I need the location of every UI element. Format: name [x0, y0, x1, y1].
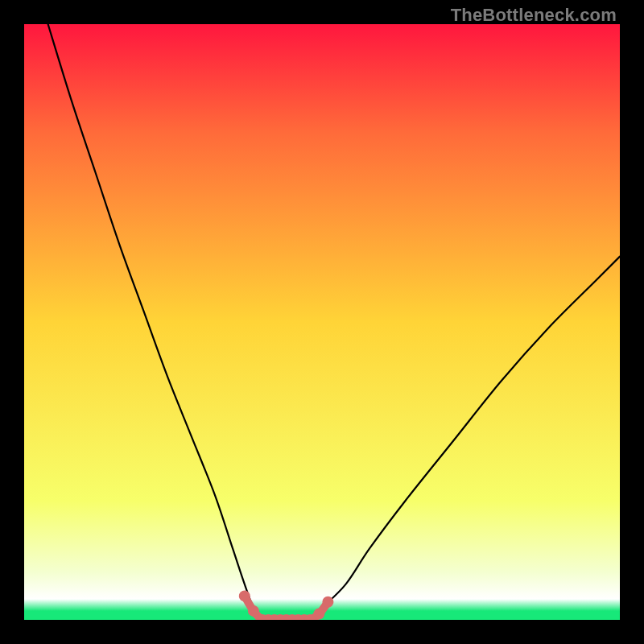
trough-marker-dot — [248, 605, 259, 617]
curve-layer — [24, 24, 620, 620]
trough-marker-dot — [313, 609, 324, 620]
outer-frame: TheBottleneck.com — [0, 0, 644, 644]
trough-marker-dot — [322, 597, 333, 608]
plot-area — [24, 24, 620, 620]
watermark-text: TheBottleneck.com — [451, 5, 617, 26]
trough-marker-dot — [239, 590, 250, 601]
bottleneck-curve-main — [48, 24, 620, 620]
